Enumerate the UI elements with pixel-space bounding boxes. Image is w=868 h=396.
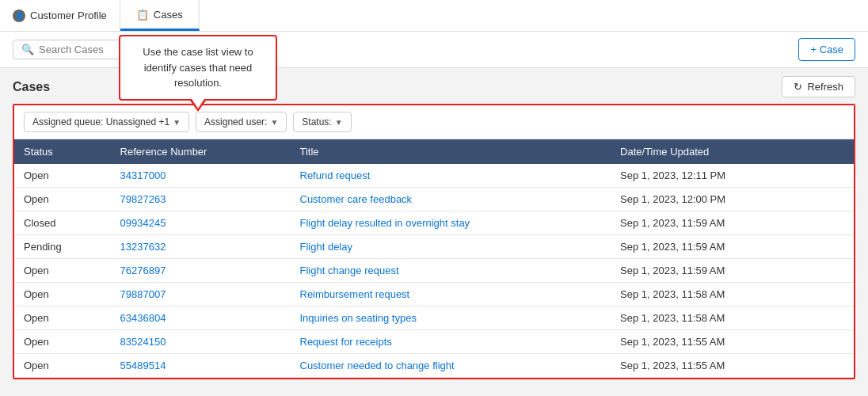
filter-status-label: Status: (302, 116, 331, 128)
profile-label: Customer Profile (30, 10, 107, 21)
chevron-down-icon-2: ▼ (270, 118, 278, 127)
col-header-reference: Reference Number (111, 139, 291, 164)
user-icon: 👤 (13, 10, 25, 22)
cell-datetime: Sep 1, 2023, 11:59 AM (611, 235, 821, 259)
filter-row: Assigned queue: Unassigned +1 ▼ Assigned… (14, 105, 854, 139)
top-navigation: 👤 Customer Profile 📋 Cases (0, 0, 868, 32)
refresh-button[interactable]: ↻ Refresh (782, 76, 855, 97)
cases-table-wrapper: Assigned queue: Unassigned +1 ▼ Assigned… (13, 104, 855, 379)
filter-assigned-queue-label: Assigned queue: Unassigned +1 (32, 116, 169, 128)
cell-status: Open (14, 188, 111, 211)
cases-title: Cases (13, 80, 50, 94)
cases-section: Cases ↻ Refresh Assigned queue: Unassign… (0, 68, 868, 379)
cell-extra (821, 354, 854, 378)
cell-extra (821, 235, 854, 259)
add-case-button[interactable]: + Case (798, 38, 855, 61)
table-header: Status Reference Number Title Date/Time … (14, 139, 854, 164)
cell-reference[interactable]: 09934245 (111, 211, 291, 235)
cell-title[interactable]: Refund request (291, 164, 611, 188)
table-row: Open34317000Refund requestSep 1, 2023, 1… (14, 164, 854, 188)
table-row: Open83524150Request for receiptsSep 1, 2… (14, 330, 854, 354)
cell-status: Open (14, 307, 111, 330)
add-case-label: + Case (810, 44, 843, 55)
table-row: Open63436804Inquiries on seating typesSe… (14, 307, 854, 330)
tab-cases-label: Cases (154, 9, 183, 21)
col-header-extra (821, 139, 854, 164)
cell-datetime: Sep 1, 2023, 12:11 PM (611, 164, 821, 188)
cell-title[interactable]: Request for receipts (291, 330, 611, 354)
filter-assigned-user-label: Assigned user: (204, 116, 267, 128)
col-header-datetime: Date/Time Updated (611, 139, 821, 164)
table-row: Pending13237632Flight delaySep 1, 2023, … (14, 235, 854, 259)
filter-status[interactable]: Status: ▼ (293, 112, 351, 132)
table-row: Open79887007Reimbursement requestSep 1, … (14, 283, 854, 307)
tab-bar: 📋 Cases (120, 0, 200, 31)
cases-table-body: Open34317000Refund requestSep 1, 2023, 1… (14, 164, 854, 378)
cell-reference[interactable]: 34317000 (111, 164, 291, 188)
tooltip-text: Use the case list view to identify cases… (143, 46, 253, 89)
chevron-down-icon-3: ▼ (335, 118, 343, 127)
col-header-title: Title (291, 139, 611, 164)
cell-datetime: Sep 1, 2023, 12:00 PM (611, 188, 821, 211)
cell-status: Closed (14, 211, 111, 235)
cell-reference[interactable]: 79887007 (111, 283, 291, 307)
cell-extra (821, 188, 854, 211)
table-row: Open79827263Customer care feedbackSep 1,… (14, 188, 854, 211)
cases-icon: 📋 (136, 9, 149, 21)
cell-title[interactable]: Flight delay (291, 235, 611, 259)
table-row: Open55489514Customer needed to change fl… (14, 354, 854, 378)
cell-status: Open (14, 354, 111, 378)
tooltip-arrow-inner (192, 99, 204, 109)
cell-extra (821, 307, 854, 330)
cell-title[interactable]: Inquiries on seating types (291, 307, 611, 330)
table-row: Closed09934245Flight delay resulted in o… (14, 211, 854, 235)
col-header-status: Status (14, 139, 111, 164)
cell-datetime: Sep 1, 2023, 11:59 AM (611, 259, 821, 283)
toolbar: 🔍 Use the case list view to identify cas… (0, 32, 868, 68)
cell-extra (821, 211, 854, 235)
refresh-icon: ↻ (794, 81, 802, 93)
cell-reference[interactable]: 63436804 (111, 307, 291, 330)
cell-reference[interactable]: 76276897 (111, 259, 291, 283)
filter-assigned-user[interactable]: Assigned user: ▼ (196, 112, 287, 132)
table-row: Open76276897Flight change requestSep 1, … (14, 259, 854, 283)
cell-datetime: Sep 1, 2023, 11:55 AM (611, 330, 821, 354)
cell-datetime: Sep 1, 2023, 11:59 AM (611, 211, 821, 235)
cell-status: Open (14, 283, 111, 307)
tooltip-box: Use the case list view to identify cases… (119, 35, 277, 101)
cell-status: Pending (14, 235, 111, 259)
search-icon: 🔍 (21, 44, 34, 55)
cell-extra (821, 330, 854, 354)
tab-cases[interactable]: 📋 Cases (120, 0, 200, 31)
filter-assigned-queue[interactable]: Assigned queue: Unassigned +1 ▼ (24, 112, 189, 132)
cell-title[interactable]: Customer needed to change flight (291, 354, 611, 378)
cell-reference[interactable]: 55489514 (111, 354, 291, 378)
cell-extra (821, 259, 854, 283)
cell-extra (821, 283, 854, 307)
cell-reference[interactable]: 79827263 (111, 188, 291, 211)
cell-reference[interactable]: 83524150 (111, 330, 291, 354)
cell-title[interactable]: Customer care feedback (291, 188, 611, 211)
cell-title[interactable]: Flight change request (291, 259, 611, 283)
cell-datetime: Sep 1, 2023, 11:55 AM (611, 354, 821, 378)
cell-extra (821, 164, 854, 188)
cell-status: Open (14, 330, 111, 354)
cell-title[interactable]: Flight delay resulted in overnight stay (291, 211, 611, 235)
cell-status: Open (14, 164, 111, 188)
cases-table: Status Reference Number Title Date/Time … (14, 139, 854, 378)
chevron-down-icon: ▼ (173, 118, 181, 127)
refresh-label: Refresh (807, 81, 843, 93)
tooltip-container: Use the case list view to identify cases… (119, 35, 277, 101)
cell-datetime: Sep 1, 2023, 11:58 AM (611, 283, 821, 307)
cell-status: Open (14, 259, 111, 283)
customer-profile-nav[interactable]: 👤 Customer Profile (0, 0, 120, 31)
cell-title[interactable]: Reimbursement request (291, 283, 611, 307)
cell-reference[interactable]: 13237632 (111, 235, 291, 259)
cell-datetime: Sep 1, 2023, 11:58 AM (611, 307, 821, 330)
